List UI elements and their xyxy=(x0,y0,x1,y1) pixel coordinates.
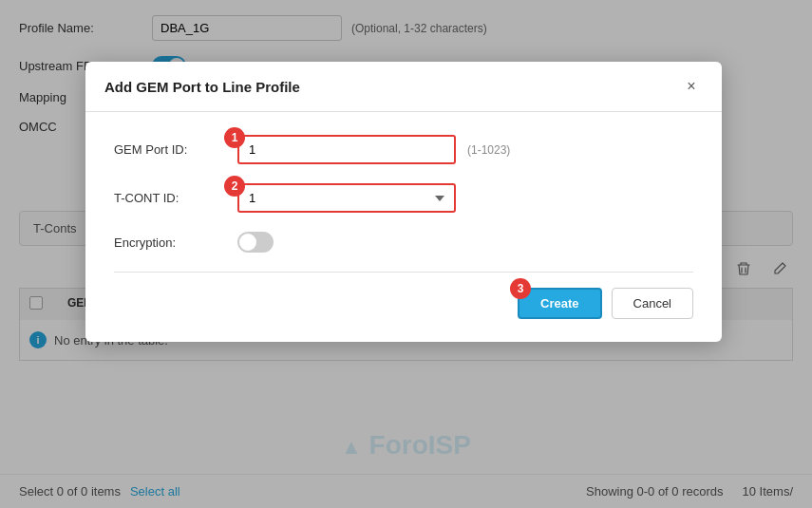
modal-header: Add GEM Port to Line Profile × xyxy=(85,62,722,112)
gem-port-id-label: GEM Port ID: xyxy=(114,142,237,157)
step-1-badge: 1 xyxy=(224,127,245,148)
tcont-id-row: T-CONT ID: 2 1 2 3 xyxy=(114,183,693,213)
step-3-badge: 3 xyxy=(510,278,531,299)
encryption-row: Encryption: xyxy=(114,232,693,253)
gem-port-id-hint: (1-1023) xyxy=(467,143,510,157)
modal-close-button[interactable]: × xyxy=(680,75,703,98)
tcont-id-select[interactable]: 1 2 3 xyxy=(237,183,456,213)
step-2-badge: 2 xyxy=(224,176,245,197)
modal-title: Add GEM Port to Line Profile xyxy=(104,79,300,95)
add-gem-port-modal: Add GEM Port to Line Profile × GEM Port … xyxy=(85,62,722,342)
modal-footer: 3 Create Cancel xyxy=(114,288,693,323)
encryption-toggle[interactable] xyxy=(237,232,274,253)
gem-port-id-input[interactable] xyxy=(237,135,456,164)
modal-body: GEM Port ID: 1 (1-1023) T-CONT ID: 2 1 2… xyxy=(85,112,722,342)
modal-divider xyxy=(114,272,693,273)
gem-port-id-row: GEM Port ID: 1 (1-1023) xyxy=(114,135,693,164)
create-button[interactable]: Create xyxy=(518,288,601,319)
encryption-label: Encryption: xyxy=(114,235,237,250)
cancel-button[interactable]: Cancel xyxy=(612,288,693,319)
tcont-id-label: T-CONT ID: xyxy=(114,191,237,205)
